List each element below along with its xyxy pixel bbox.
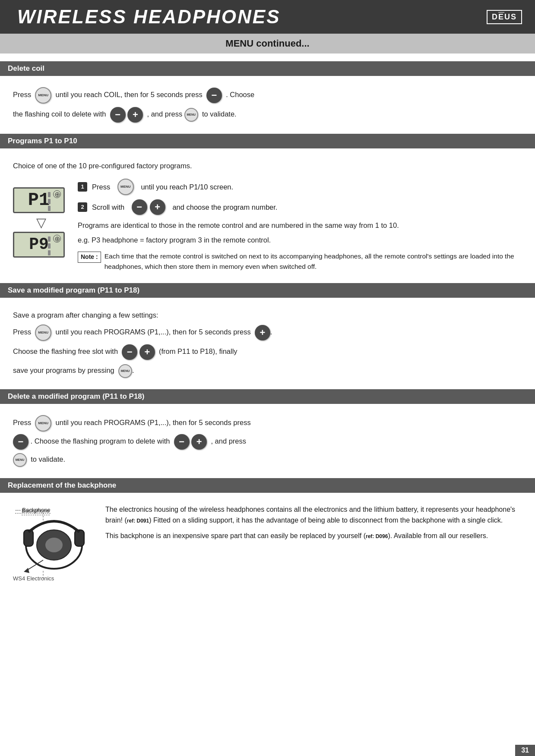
replacement-para2: This backphone is an inexpensive spare p… bbox=[105, 530, 522, 542]
deus-logo: DEUS bbox=[487, 10, 522, 24]
replacement-para1: The electronics housing of the wireless … bbox=[105, 504, 522, 526]
delete-modified-line3: MENU to validate. bbox=[13, 452, 522, 467]
lcd-display-1: P1 ⊕ bbox=[13, 187, 65, 213]
minus-button-1[interactable]: − bbox=[206, 88, 222, 103]
svg-point-4 bbox=[45, 538, 63, 552]
delete-coil-body: Press MENU until you reach COIL, then fo… bbox=[0, 83, 535, 129]
programs-step2: 2 Scroll with − + and choose the program… bbox=[78, 199, 522, 215]
plus-button-step2[interactable]: + bbox=[150, 199, 165, 215]
page-header: WIRELESS HEADPHONES DEUS bbox=[0, 0, 535, 34]
delete-coil-section: Delete coil Press MENU until you reach C… bbox=[0, 61, 535, 129]
delete-modified-body: Press MENU until you reach PROGRAMS (P1,… bbox=[0, 411, 535, 474]
note-label: Note : bbox=[78, 252, 101, 263]
lcd-display-2: P9 ⊕ bbox=[13, 232, 65, 258]
minus-button-step2[interactable]: − bbox=[132, 199, 147, 215]
menu-button-save3[interactable]: MENU bbox=[118, 364, 132, 378]
ref2: ref: D096 bbox=[366, 533, 388, 539]
note-text: Each time that the remote control is swi… bbox=[104, 251, 522, 272]
programs-para2: e.g. P3 headphone = factory program 3 in… bbox=[78, 234, 522, 246]
save-modified-intro: Save a program after changing a few sett… bbox=[13, 309, 522, 321]
menu-button-del3[interactable]: MENU bbox=[13, 453, 27, 467]
menu-word: MENU bbox=[225, 38, 253, 49]
ref1: ref: D091 bbox=[127, 518, 149, 524]
backphone-layout: Backphone bbox=[13, 504, 522, 582]
programs-para1: Programs are identical to those in the r… bbox=[78, 219, 522, 231]
minus-button-del2[interactable]: − bbox=[13, 434, 28, 450]
lcd-plus-icon: ⊕ bbox=[53, 190, 61, 198]
delete-coil-text2: the flashing coil to delete with − + , a… bbox=[13, 107, 522, 123]
minus-button-del2b[interactable]: − bbox=[174, 434, 190, 450]
programs-body: Choice of one of the 10 pre-configured f… bbox=[0, 155, 535, 279]
save-modified-header: Save a modified program (P11 to P18) bbox=[0, 283, 535, 298]
svg-marker-8 bbox=[24, 568, 29, 573]
backphone-label-text: --- Backphone bbox=[15, 507, 51, 513]
backphone-text: The electronics housing of the wireless … bbox=[105, 504, 522, 542]
menu-button-step1[interactable]: MENU bbox=[117, 179, 134, 195]
save-modified-line1: Press MENU until you reach PROGRAMS (P1,… bbox=[13, 324, 522, 341]
subtitle-bar: MENU continued... bbox=[0, 34, 535, 54]
save-modified-line3: save your programs by pressing MENU. bbox=[13, 363, 522, 378]
page-title: WIRELESS HEADPHONES bbox=[17, 6, 281, 28]
programs-layout: P1 ⊕ ▽ P9 ⊕ bbox=[13, 174, 522, 272]
programs-text: 1 Press MENU until you reach P1/10 scree… bbox=[78, 174, 522, 272]
backphone-diagram bbox=[13, 504, 95, 582]
programs-section: Programs P1 to P10 Choice of one of the … bbox=[0, 134, 535, 279]
menu-button-2[interactable]: MENU bbox=[184, 108, 198, 122]
save-modified-line2: Choose the flashing free slot with − + (… bbox=[13, 344, 522, 360]
programs-display: P1 ⊕ ▽ P9 ⊕ bbox=[13, 187, 69, 259]
replacement-section: Replacement of the backphone Backphone bbox=[0, 478, 535, 589]
delete-coil-text: Press MENU until you reach COIL, then fo… bbox=[13, 87, 522, 104]
step-2-num: 2 bbox=[78, 202, 87, 212]
programs-note: Note : Each time that the remote control… bbox=[78, 251, 522, 272]
replacement-header: Replacement of the backphone bbox=[0, 478, 535, 493]
plus-button-1[interactable]: + bbox=[127, 107, 143, 123]
minus-button-save2[interactable]: − bbox=[122, 344, 137, 360]
svg-rect-5 bbox=[24, 530, 33, 546]
programs-step1: 1 Press MENU until you reach P1/10 scree… bbox=[78, 179, 522, 195]
delete-modified-header: Delete a modified program (P11 to P18) bbox=[0, 389, 535, 404]
save-modified-body: Save a program after changing a few sett… bbox=[0, 305, 535, 385]
step-1-num: 1 bbox=[78, 182, 87, 192]
plus-button-save1[interactable]: + bbox=[255, 325, 270, 340]
menu-button-1[interactable]: MENU bbox=[35, 87, 51, 104]
backphone-image-area: Backphone bbox=[13, 504, 95, 582]
menu-button-save1[interactable]: MENU bbox=[35, 324, 51, 341]
lcd-plus-icon-2: ⊕ bbox=[53, 235, 61, 243]
plus-button-del2[interactable]: + bbox=[191, 434, 207, 450]
replacement-body: Backphone bbox=[0, 500, 535, 589]
subtitle-rest: continued... bbox=[253, 38, 310, 49]
arrow-down-icon: ▽ bbox=[13, 215, 69, 230]
delete-modified-line2: − . Choose the flashing program to delet… bbox=[13, 434, 522, 450]
plus-button-save2[interactable]: + bbox=[139, 344, 155, 360]
programs-header: Programs P1 to P10 bbox=[0, 134, 535, 148]
delete-coil-header: Delete coil bbox=[0, 61, 535, 76]
page-number: 31 bbox=[515, 745, 535, 756]
delete-modified-line1: Press MENU until you reach PROGRAMS (P1,… bbox=[13, 415, 522, 432]
programs-intro: Choice of one of the 10 pre-configured f… bbox=[13, 160, 522, 172]
svg-rect-6 bbox=[75, 530, 84, 546]
ws4-label: WS4 Electronics bbox=[13, 575, 54, 582]
save-modified-section: Save a modified program (P11 to P18) Sav… bbox=[0, 283, 535, 385]
menu-button-del1[interactable]: MENU bbox=[35, 415, 51, 432]
minus-button-2[interactable]: − bbox=[110, 107, 126, 123]
delete-modified-section: Delete a modified program (P11 to P18) P… bbox=[0, 389, 535, 474]
